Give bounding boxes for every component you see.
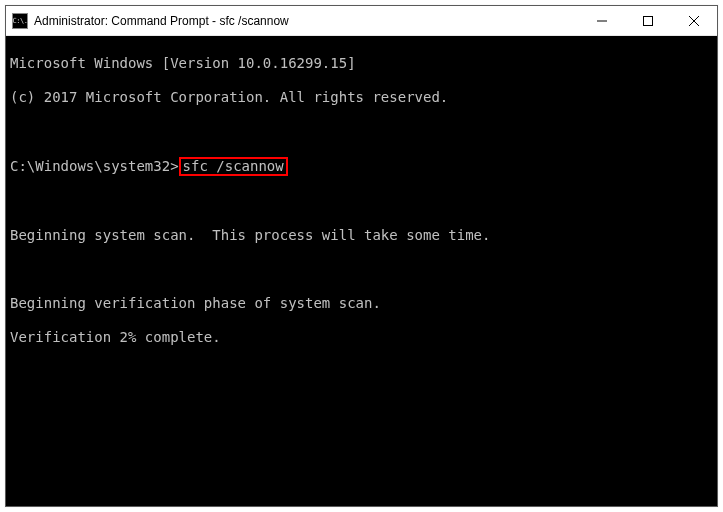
scan-begin-text: Beginning system scan. This process will… xyxy=(10,227,713,244)
progress-text: Verification 2% complete. xyxy=(10,329,713,346)
minimize-button[interactable] xyxy=(579,6,625,35)
command-prompt-window: C:\. Administrator: Command Prompt - sfc… xyxy=(5,5,718,507)
titlebar[interactable]: C:\. Administrator: Command Prompt - sfc… xyxy=(6,6,717,36)
version-text: Microsoft Windows [Version 10.0.16299.15… xyxy=(10,55,713,72)
cmd-icon: C:\. xyxy=(12,13,28,29)
prompt-path: C:\Windows\system32> xyxy=(10,158,179,174)
terminal-output[interactable]: Microsoft Windows [Version 10.0.16299.15… xyxy=(6,36,717,506)
command-highlight: sfc /scannow xyxy=(179,157,288,176)
blank-line xyxy=(10,193,713,210)
maximize-button[interactable] xyxy=(625,6,671,35)
close-button[interactable] xyxy=(671,6,717,35)
svg-rect-1 xyxy=(644,16,653,25)
prompt-line: C:\Windows\system32>sfc /scannow xyxy=(10,157,713,176)
copyright-text: (c) 2017 Microsoft Corporation. All righ… xyxy=(10,89,713,106)
window-controls xyxy=(579,6,717,35)
blank-line xyxy=(10,261,713,278)
blank-line xyxy=(10,123,713,140)
window-title: Administrator: Command Prompt - sfc /sca… xyxy=(34,14,579,28)
verify-begin-text: Beginning verification phase of system s… xyxy=(10,295,713,312)
